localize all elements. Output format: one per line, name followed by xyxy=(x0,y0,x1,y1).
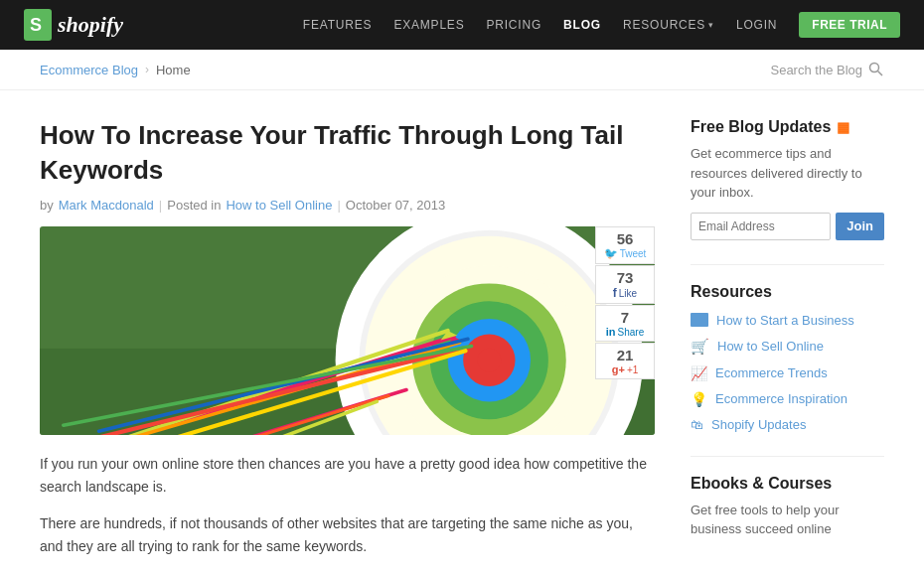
twitter-icon: 🐦 xyxy=(604,247,618,260)
search-label: Search the Blog xyxy=(770,63,862,77)
nav-pricing[interactable]: PRICING xyxy=(486,18,541,32)
meta-category[interactable]: How to Sell Online xyxy=(226,198,332,213)
article-title: How To Increase Your Traffic Through Lon… xyxy=(40,118,655,188)
article-meta: by Mark Macdonald | Posted in How to Sel… xyxy=(40,198,655,213)
nav-links: FEATURES EXAMPLES PRICING BLOG RESOURCES… xyxy=(303,12,900,38)
facebook-icon: f xyxy=(613,286,617,300)
nav-features[interactable]: FEATURES xyxy=(303,18,373,32)
article-content: How To Increase Your Traffic Through Lon… xyxy=(40,118,655,577)
linkedin-share-button[interactable]: 7 in Share xyxy=(595,305,655,342)
resource-item-1[interactable]: 🛒 How to Sell Online xyxy=(691,338,884,356)
email-input[interactable] xyxy=(691,213,831,240)
linkedin-count: 7 xyxy=(601,309,649,326)
logo[interactable]: S shopify xyxy=(24,9,123,41)
free-trial-button[interactable]: FREE TRIAL xyxy=(799,12,900,38)
main-nav: S shopify FEATURES EXAMPLES PRICING BLOG… xyxy=(0,0,924,50)
blog-updates-section: Free Blog Updates ▦ Get ecommerce tips a… xyxy=(691,118,884,240)
nav-login[interactable]: LOGIN xyxy=(736,18,777,32)
gplus-share-button[interactable]: 21 g+ +1 xyxy=(595,343,655,379)
article-para-1: If you run your own online store then ch… xyxy=(40,453,655,499)
join-button[interactable]: Join xyxy=(836,213,884,240)
twitter-share-button[interactable]: 56 🐦 Tweet xyxy=(595,226,655,264)
logo-text: shopify xyxy=(58,12,123,38)
share-buttons-container: 56 🐦 Tweet 73 f Like 7 xyxy=(595,226,655,379)
resource-item-0[interactable]: How to Start a Business xyxy=(691,313,884,328)
sidebar: Free Blog Updates ▦ Get ecommerce tips a… xyxy=(691,118,884,577)
gplus-count: 21 xyxy=(601,347,649,363)
list-icon xyxy=(691,313,708,327)
facebook-share-button[interactable]: 73 f Like xyxy=(595,265,655,304)
bulb-icon: 💡 xyxy=(691,391,707,407)
nav-examples[interactable]: EXAMPLES xyxy=(393,18,464,32)
cart-icon: 🛒 xyxy=(691,338,709,356)
facebook-count: 73 xyxy=(601,269,649,286)
resource-item-3[interactable]: 💡 Ecommerce Inspiration xyxy=(691,391,884,407)
sidebar-divider-1 xyxy=(691,264,884,265)
hero-image xyxy=(40,226,655,435)
svg-line-3 xyxy=(878,72,883,76)
blog-updates-title: Free Blog Updates ▦ xyxy=(691,118,884,136)
breadcrumb: Ecommerce Blog › Home Search the Blog xyxy=(0,50,924,90)
gplus-label: +1 xyxy=(627,364,638,375)
email-form: Join xyxy=(691,213,884,240)
bag-icon: 🛍 xyxy=(691,417,703,432)
breadcrumb-home: Home xyxy=(156,63,191,77)
meta-posted-in: Posted in xyxy=(167,198,221,213)
meta-date: October 07, 2013 xyxy=(346,198,445,213)
meta-by: by xyxy=(40,198,54,213)
ebooks-title: Ebooks & Courses xyxy=(691,475,884,493)
meta-sep1: | xyxy=(159,198,162,213)
article-para-3: So, how can you siphon off some of that … xyxy=(40,573,655,577)
resource-list: How to Start a Business 🛒 How to Sell On… xyxy=(691,313,884,432)
resources-title: Resources xyxy=(691,283,884,301)
main-layout: How To Increase Your Traffic Through Lon… xyxy=(0,90,924,577)
ebooks-desc: Get free tools to help your business suc… xyxy=(691,501,884,539)
svg-text:S: S xyxy=(30,15,42,35)
search-area[interactable]: Search the Blog xyxy=(770,62,884,77)
ebooks-section: Ebooks & Courses Get free tools to help … xyxy=(691,475,884,539)
breadcrumb-left: Ecommerce Blog › Home xyxy=(40,63,191,77)
facebook-label: Like xyxy=(619,288,637,299)
resource-item-2[interactable]: 📈 Ecommerce Trends xyxy=(691,365,884,381)
linkedin-label: Share xyxy=(618,327,645,338)
twitter-count: 56 xyxy=(601,230,649,247)
gplus-icon: g+ xyxy=(612,363,625,375)
svg-point-2 xyxy=(870,64,879,72)
resource-item-4[interactable]: 🛍 Shopify Updates xyxy=(691,417,884,432)
linkedin-icon: in xyxy=(606,326,616,338)
rss-icon: ▦ xyxy=(837,119,849,135)
meta-author[interactable]: Mark Macdonald xyxy=(59,198,154,213)
shopify-logo-icon: S xyxy=(24,9,52,41)
chevron-down-icon: ▾ xyxy=(708,20,714,30)
meta-sep2: | xyxy=(337,198,340,213)
article-body: If you run your own online store then ch… xyxy=(40,453,655,577)
blog-updates-desc: Get ecommerce tips and resources deliver… xyxy=(691,144,884,203)
breadcrumb-ecommerce-blog[interactable]: Ecommerce Blog xyxy=(40,63,138,77)
sidebar-divider-2 xyxy=(691,456,884,457)
breadcrumb-separator: › xyxy=(145,63,149,76)
chart-icon: 📈 xyxy=(691,365,707,381)
nav-blog[interactable]: BLOG xyxy=(563,18,601,32)
svg-point-14 xyxy=(477,349,501,372)
article-para-2: There are hundreds, if not thousands of … xyxy=(40,512,655,558)
twitter-label: Tweet xyxy=(620,248,647,259)
resources-section: Resources How to Start a Business 🛒 How … xyxy=(691,283,884,432)
nav-resources[interactable]: RESOURCES ▾ xyxy=(623,18,714,32)
search-icon xyxy=(868,62,884,77)
hero-wrapper: 56 🐦 Tweet 73 f Like 7 xyxy=(40,226,655,435)
